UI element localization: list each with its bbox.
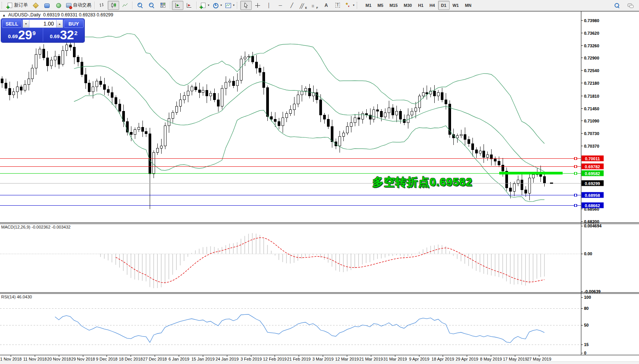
horizontal-line-icon: ─ bbox=[279, 3, 282, 8]
buy-button[interactable]: BUY bbox=[64, 19, 84, 28]
horizontal-line-tool-button[interactable]: ─ bbox=[275, 1, 286, 10]
svg-text:0: 0 bbox=[584, 351, 586, 355]
sell-price-pip: 9 bbox=[32, 30, 36, 36]
svg-text:0.69782: 0.69782 bbox=[585, 164, 600, 169]
buy-price-pip: 2 bbox=[74, 30, 78, 36]
text-label-icon: T bbox=[335, 3, 340, 8]
trendline-icon: ╱ bbox=[290, 3, 293, 8]
svg-text:50: 50 bbox=[584, 323, 589, 327]
candlestick-chart-icon bbox=[110, 2, 117, 8]
text-label-tool-button[interactable]: T bbox=[332, 1, 343, 10]
svg-text:0.68200: 0.68200 bbox=[584, 219, 599, 224]
timeframe-button-m1[interactable]: M1 bbox=[362, 1, 374, 10]
timeframe-button-w1[interactable]: W1 bbox=[450, 1, 462, 10]
svg-text:29 Nov 2018: 29 Nov 2018 bbox=[71, 357, 95, 361]
svg-text:0.73620: 0.73620 bbox=[584, 31, 599, 35]
toolbar-separator bbox=[170, 2, 170, 9]
svg-text:0.71450: 0.71450 bbox=[584, 106, 599, 111]
metaeditor-button[interactable] bbox=[29, 1, 41, 10]
line-chart-button[interactable] bbox=[119, 1, 131, 10]
trendline-tool-button[interactable]: ╱ bbox=[286, 1, 298, 10]
toolbar-separator bbox=[132, 2, 133, 9]
chart-shift-button[interactable]: ▶ bbox=[183, 1, 195, 10]
arrows-tool-button[interactable]: ◆ ▾ ▾ bbox=[343, 1, 356, 10]
chart-title: ▲ AUDUSD-,Daily 0.69319 0.69331 0.69283 … bbox=[2, 12, 113, 18]
sell-button[interactable]: SELL bbox=[2, 19, 22, 28]
svg-text:27 Dec 2018: 27 Dec 2018 bbox=[143, 357, 167, 361]
toolbar-grip bbox=[2, 2, 3, 9]
bar-chart-icon bbox=[99, 2, 105, 8]
chart-ohlc-values: 0.69319 0.69331 0.69283 0.69299 bbox=[43, 12, 113, 18]
price-chart-canvas[interactable]: 0.739800.736200.732600.729000.725400.721… bbox=[0, 11, 639, 364]
svg-text:3 Feb 2019: 3 Feb 2019 bbox=[241, 357, 262, 361]
svg-text:0.70730: 0.70730 bbox=[584, 131, 599, 136]
svg-text:8 May 2019: 8 May 2019 bbox=[480, 357, 502, 361]
collapse-arrow-icon[interactable]: ▲ bbox=[2, 13, 6, 17]
fibonacci-tool-button[interactable]: ≡ F bbox=[309, 1, 320, 10]
svg-text:0.00: 0.00 bbox=[584, 251, 592, 256]
timeframe-button-m5[interactable]: M5 bbox=[374, 1, 386, 10]
volume-increase-button[interactable]: ▲ bbox=[56, 19, 63, 28]
vertical-line-tool-button[interactable]: │ bbox=[263, 1, 275, 10]
text-tool-button[interactable]: A bbox=[320, 1, 332, 10]
svg-text:9 Dec 2018: 9 Dec 2018 bbox=[96, 357, 117, 361]
timeframe-button-h1[interactable]: H1 bbox=[415, 1, 426, 10]
market-watch-button[interactable] bbox=[41, 1, 52, 10]
new-chart-button[interactable]: ✚ ▾ bbox=[198, 1, 211, 10]
profiles-button[interactable]: ▾ bbox=[211, 1, 223, 10]
community-chat-button[interactable] bbox=[624, 1, 636, 10]
svg-text:100: 100 bbox=[584, 295, 591, 300]
svg-text:0.72900: 0.72900 bbox=[584, 56, 599, 60]
zoom-out-icon: − bbox=[148, 2, 155, 8]
indicators-button[interactable]: ▾ bbox=[223, 1, 236, 10]
auto-scroll-button[interactable]: ▶ bbox=[172, 1, 183, 10]
timeframe-button-h4[interactable]: H4 bbox=[427, 1, 438, 10]
tile-windows-icon bbox=[160, 2, 166, 8]
chart-annotation-text[interactable]: 多空转折点0.69582 bbox=[372, 175, 472, 190]
signals-button[interactable] bbox=[52, 1, 64, 10]
svg-text:17 May 2019: 17 May 2019 bbox=[503, 357, 527, 361]
crosshair-tool-button[interactable] bbox=[252, 1, 263, 10]
chevron-down-icon: ▾ bbox=[220, 3, 222, 7]
new-order-button[interactable]: ✚ 新订单 bbox=[5, 1, 29, 10]
cursor-tool-button[interactable] bbox=[240, 1, 252, 10]
svg-text:24 Jan 2019: 24 Jan 2019 bbox=[215, 357, 239, 361]
svg-text:0.70011: 0.70011 bbox=[585, 156, 600, 161]
chevron-down-icon: ▾ bbox=[208, 3, 209, 7]
candlestick-chart-button[interactable] bbox=[108, 1, 119, 10]
volume-value[interactable]: 1.00 bbox=[29, 19, 56, 28]
chart-symbol-period: AUDUSD-,Daily bbox=[8, 12, 41, 18]
buy-price[interactable]: 0.69 32 2 bbox=[43, 28, 85, 42]
svg-text:11 Nov 2018: 11 Nov 2018 bbox=[23, 357, 47, 361]
new-order-label: 新订单 bbox=[14, 2, 28, 8]
bar-chart-button[interactable] bbox=[96, 1, 108, 10]
timeframe-button-m15[interactable]: M15 bbox=[387, 1, 401, 10]
fibonacci-icon: ≡ F bbox=[312, 2, 318, 8]
channel-tool-button[interactable]: ╱╱ E bbox=[298, 1, 309, 10]
sell-price[interactable]: 0.69 29 9 bbox=[1, 28, 43, 42]
cursor-icon bbox=[243, 2, 249, 8]
svg-text:12 Mar 2019: 12 Mar 2019 bbox=[335, 357, 359, 361]
timeframe-bar: M1M5M15M30H1H4D1W1MN bbox=[362, 1, 474, 10]
search-button[interactable] bbox=[611, 1, 622, 10]
timeframe-button-mn[interactable]: MN bbox=[462, 1, 474, 10]
auto-trading-button[interactable]: 自动交易 bbox=[64, 1, 93, 10]
svg-text:0.68662: 0.68662 bbox=[585, 203, 600, 208]
svg-text:3 Mar 2019: 3 Mar 2019 bbox=[312, 357, 334, 361]
tile-windows-button[interactable] bbox=[157, 1, 168, 10]
svg-text:29 Apr 2019: 29 Apr 2019 bbox=[456, 357, 478, 361]
volume-decrease-button[interactable]: ▼ bbox=[23, 19, 29, 28]
timeframe-button-m30[interactable]: M30 bbox=[401, 1, 415, 10]
svg-text:-0.00639: -0.00639 bbox=[584, 289, 600, 294]
zoom-in-button[interactable]: + bbox=[134, 1, 146, 10]
horizontal-scrollbar[interactable] bbox=[0, 361, 639, 364]
svg-text:0.70370: 0.70370 bbox=[584, 144, 599, 148]
zoom-out-button[interactable]: − bbox=[146, 1, 157, 10]
buy-price-prefix: 0.69 bbox=[50, 34, 60, 39]
timeframe-button-d1[interactable]: D1 bbox=[438, 1, 450, 10]
search-icon bbox=[613, 2, 620, 8]
toolbar-grip bbox=[237, 2, 239, 9]
svg-text:1 Nov 2018: 1 Nov 2018 bbox=[0, 357, 21, 361]
expert-advisors-icon bbox=[44, 2, 50, 8]
toolbar-separator bbox=[196, 2, 197, 9]
